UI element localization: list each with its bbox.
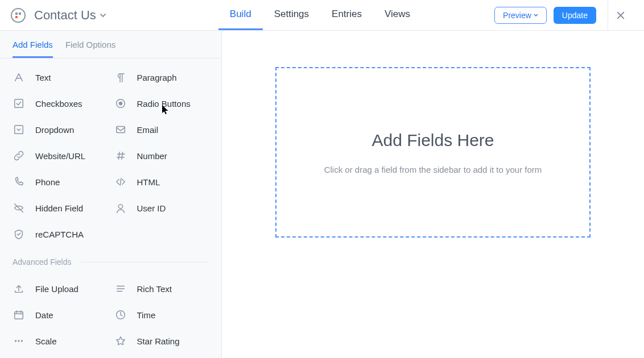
field-item-label: Star Rating (137, 336, 180, 346)
field-item-label: Number (137, 151, 167, 161)
field-item-label: Phone (35, 177, 60, 187)
field-item-rich-text[interactable]: Rich Text (114, 282, 212, 295)
field-item-user-id[interactable]: User ID (114, 202, 212, 214)
dropdown-icon (13, 123, 25, 136)
advanced-fields-label: Advanced Fields (0, 246, 221, 270)
svg-rect-7 (15, 126, 23, 134)
field-item-label: reCAPTCHA (35, 230, 84, 239)
field-item-label: Hidden Field (35, 203, 83, 213)
email-icon (114, 123, 127, 136)
upload-icon (13, 282, 25, 295)
basic-fields-grid: TextParagraphCheckboxesRadio ButtonsDrop… (0, 59, 221, 246)
update-button[interactable]: Update (554, 7, 596, 24)
field-item-label: HTML (137, 177, 160, 187)
close-icon (616, 11, 625, 20)
field-item-website-url[interactable]: Website/URL (13, 149, 110, 162)
form-name: Contact Us (34, 8, 96, 23)
field-item-hidden-field[interactable]: Hidden Field (13, 202, 110, 214)
calendar-icon (13, 309, 25, 321)
shield-icon (13, 228, 25, 240)
svg-point-14 (21, 340, 23, 342)
field-item-time[interactable]: Time (114, 309, 212, 321)
sidebar-tab-add-fields[interactable]: Add Fields (13, 40, 53, 58)
svg-rect-8 (116, 127, 125, 133)
field-item-dropdown[interactable]: Dropdown (13, 123, 110, 136)
field-item-html[interactable]: HTML (114, 176, 212, 188)
hidden-icon (13, 202, 25, 214)
sidebar-tab-field-options[interactable]: Field Options (65, 40, 115, 58)
field-item-label: File Upload (35, 284, 79, 294)
advanced-fields-grid: File UploadRich TextDateTimeScaleStar Ra… (0, 270, 221, 353)
field-item-label: Time (137, 310, 156, 320)
radio-icon (114, 97, 127, 110)
dropzone-title: Add Fields Here (371, 131, 494, 150)
svg-rect-10 (15, 312, 23, 319)
svg-rect-4 (15, 99, 23, 108)
field-item-label: Date (35, 310, 53, 320)
sidebar: Add Fields Field Options TextParagraphCh… (0, 31, 222, 358)
svg-point-13 (18, 340, 19, 342)
field-item-paragraph[interactable]: Paragraph (114, 71, 212, 84)
field-item-label: Email (137, 125, 159, 135)
tab-settings[interactable]: Settings (263, 0, 320, 30)
phone-icon (13, 176, 25, 188)
checkbox-icon (13, 97, 25, 110)
tab-entries[interactable]: Entries (320, 0, 373, 30)
star-icon (114, 335, 127, 347)
svg-rect-3 (15, 16, 18, 18)
dropzone-subtitle: Click or drag a field from the sidebar t… (324, 165, 542, 174)
top-bar: Contact Us Build Settings Entries Views … (0, 0, 644, 31)
paragraph-icon (114, 71, 127, 84)
field-item-label: Text (35, 73, 51, 82)
dropzone[interactable]: Add Fields Here Click or drag a field fr… (275, 67, 591, 238)
svg-rect-1 (15, 13, 18, 15)
field-item-date[interactable]: Date (13, 309, 110, 321)
scale-icon (13, 335, 25, 347)
svg-point-6 (118, 102, 122, 105)
richtext-icon (114, 282, 127, 295)
app-logo-icon (10, 7, 26, 23)
link-icon (13, 149, 25, 162)
field-item-checkboxes[interactable]: Checkboxes (13, 97, 110, 110)
field-item-number[interactable]: Number (114, 149, 212, 162)
field-item-recaptcha[interactable]: reCAPTCHA (13, 228, 110, 240)
form-canvas: Add Fields Here Click or drag a field fr… (222, 31, 644, 358)
field-item-text[interactable]: Text (13, 71, 110, 84)
svg-point-12 (15, 340, 16, 342)
tab-build[interactable]: Build (218, 0, 263, 30)
svg-point-9 (118, 205, 122, 209)
sidebar-tabs: Add Fields Field Options (0, 31, 221, 59)
preview-button[interactable]: Preview (494, 7, 547, 24)
clock-icon (114, 309, 127, 321)
field-item-scale[interactable]: Scale (13, 335, 110, 347)
chevron-down-icon (98, 11, 108, 20)
field-item-radio-buttons[interactable]: Radio Buttons (114, 97, 212, 110)
caret-down-icon (534, 13, 538, 18)
field-item-label: Paragraph (137, 73, 177, 82)
field-item-label: Dropdown (35, 125, 74, 135)
field-item-star-rating[interactable]: Star Rating (114, 335, 212, 347)
app-logo (10, 7, 26, 23)
html-icon (114, 176, 127, 188)
field-item-label: Scale (35, 336, 57, 346)
field-item-email[interactable]: Email (114, 123, 212, 136)
tab-views[interactable]: Views (373, 0, 422, 30)
field-item-label: Rich Text (137, 284, 172, 294)
main: Add Fields Field Options TextParagraphCh… (0, 31, 644, 358)
field-item-label: Website/URL (35, 151, 85, 161)
field-item-label: User ID (137, 203, 166, 213)
field-item-phone[interactable]: Phone (13, 176, 110, 188)
user-icon (114, 202, 127, 214)
hash-icon (114, 149, 127, 162)
top-nav: Build Settings Entries Views (218, 0, 422, 30)
text-a-icon (13, 71, 25, 84)
svg-point-0 (11, 9, 25, 22)
field-item-file-upload[interactable]: File Upload (13, 282, 110, 295)
close-button[interactable] (608, 0, 633, 31)
field-item-label: Checkboxes (35, 99, 82, 109)
svg-rect-2 (19, 13, 21, 15)
form-title-menu[interactable]: Contact Us (34, 8, 108, 23)
top-actions: Preview Update (494, 0, 633, 31)
field-item-label: Radio Buttons (137, 99, 191, 109)
